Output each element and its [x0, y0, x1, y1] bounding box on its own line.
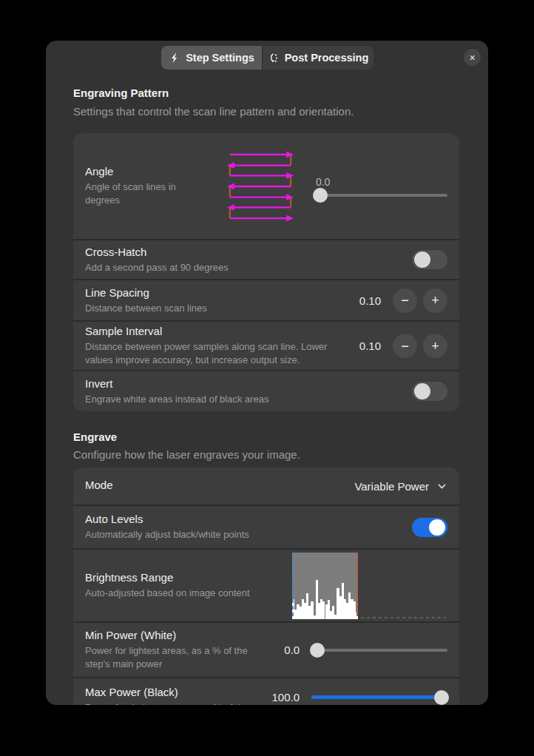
brightness-histogram [292, 553, 447, 619]
auto-levels-title: Auto Levels [85, 513, 412, 525]
chevron-down-icon [436, 481, 447, 492]
angle-desc: Angle of scan lines in degrees [85, 180, 197, 206]
min-power-row: Min Power (White) Power for lightest are… [73, 623, 459, 677]
max-power-title: Max Power (Black) [85, 686, 271, 698]
cross-hatch-desc: Add a second pass at 90 degrees [85, 261, 412, 274]
mode-row[interactable]: Mode Variable Power [73, 468, 459, 504]
step-settings-dialog: Step Settings Post Processing × Engravin… [46, 41, 488, 705]
line-spacing-value: 0.10 [359, 294, 381, 307]
brightness-range-row: Brightness Range Auto-adjusted based on … [73, 550, 459, 621]
max-power-value: 100.0 [271, 691, 300, 703]
max-power-slider[interactable] [311, 695, 447, 699]
min-power-title: Min Power (White) [85, 629, 284, 641]
cross-hatch-toggle[interactable] [412, 250, 447, 269]
engrave-section-subtitle: Configure how the laser engraves your im… [73, 448, 300, 461]
plus-icon: + [431, 294, 439, 307]
invert-title: Invert [85, 377, 412, 390]
line-spacing-minus-button[interactable]: − [393, 288, 417, 313]
close-icon: × [469, 53, 475, 63]
sample-interval-desc: Distance between power samples along sca… [85, 340, 345, 366]
min-power-desc: Power for lightest areas, as a % of the … [85, 644, 261, 670]
line-spacing-row: Line Spacing Distance between scan lines… [73, 280, 459, 320]
histogram-bars [292, 553, 358, 619]
process-icon [268, 53, 279, 64]
scan-pattern-graphic [226, 149, 295, 223]
cross-hatch-row: Cross-Hatch Add a second pass at 90 degr… [73, 240, 459, 279]
max-power-desc: Power for darkest areas, as a % of the [85, 701, 261, 705]
invert-row: Invert Engrave white areas instead of bl… [73, 371, 459, 411]
sample-interval-minus-button[interactable]: − [393, 334, 417, 358]
auto-levels-desc: Automatically adjust black/white points [85, 528, 412, 541]
tab-step-settings[interactable]: Step Settings [161, 46, 262, 70]
line-spacing-desc: Distance between scan lines [85, 302, 359, 315]
histogram-low-marker [292, 553, 294, 619]
angle-slider-handle[interactable] [313, 188, 328, 203]
histogram-high-marker [356, 553, 358, 619]
mode-value: Variable Power [354, 480, 429, 493]
cross-hatch-title: Cross-Hatch [85, 246, 412, 258]
auto-levels-row: Auto Levels Automatically adjust black/w… [73, 506, 459, 548]
close-button[interactable]: × [464, 49, 481, 66]
min-power-value: 0.0 [284, 644, 300, 656]
min-power-slider-handle[interactable] [310, 643, 325, 658]
tab-post-label: Post Processing [285, 52, 369, 64]
min-power-slider[interactable] [311, 649, 447, 652]
minus-icon: − [401, 294, 409, 307]
line-spacing-title: Line Spacing [85, 286, 359, 299]
tab-bar: Step Settings Post Processing [161, 46, 374, 70]
angle-slider[interactable] [314, 194, 447, 197]
tab-post-processing[interactable]: Post Processing [263, 46, 374, 70]
mode-title: Mode [85, 479, 354, 491]
minus-icon: − [401, 340, 409, 353]
brightness-range-desc: Auto-adjusted based on image content [85, 587, 283, 600]
tab-step-label: Step Settings [186, 52, 254, 64]
sample-interval-plus-button[interactable]: + [423, 334, 447, 358]
sample-interval-row: Sample Interval Distance between power s… [73, 322, 459, 370]
line-spacing-plus-button[interactable]: + [423, 288, 447, 313]
engrave-card: Mode Variable Power Auto Levels Automati… [73, 468, 459, 705]
invert-desc: Engrave white areas instead of black are… [85, 393, 412, 406]
pattern-section-subtitle: Settings that control the scan line patt… [73, 105, 354, 118]
angle-title: Angle [85, 165, 197, 178]
angle-slider-value: 0.0 [316, 176, 447, 188]
histogram-residual-line [361, 617, 446, 618]
pattern-card: Angle Angle of scan lines in degrees 0. [73, 133, 459, 411]
sample-interval-value: 0.10 [359, 340, 381, 352]
angle-row: Angle Angle of scan lines in degrees 0. [73, 133, 459, 239]
invert-toggle[interactable] [412, 382, 447, 401]
sample-interval-title: Sample Interval [85, 325, 359, 337]
engrave-section-title: Engrave [73, 431, 117, 443]
plus-icon: + [431, 340, 439, 353]
pattern-section-title: Engraving Pattern [73, 87, 169, 99]
max-power-slider-handle[interactable] [434, 690, 449, 705]
lightning-icon [169, 53, 180, 64]
brightness-range-title: Brightness Range [85, 571, 283, 584]
max-power-row: Max Power (Black) Power for darkest area… [73, 678, 459, 705]
auto-levels-toggle[interactable] [412, 518, 447, 537]
